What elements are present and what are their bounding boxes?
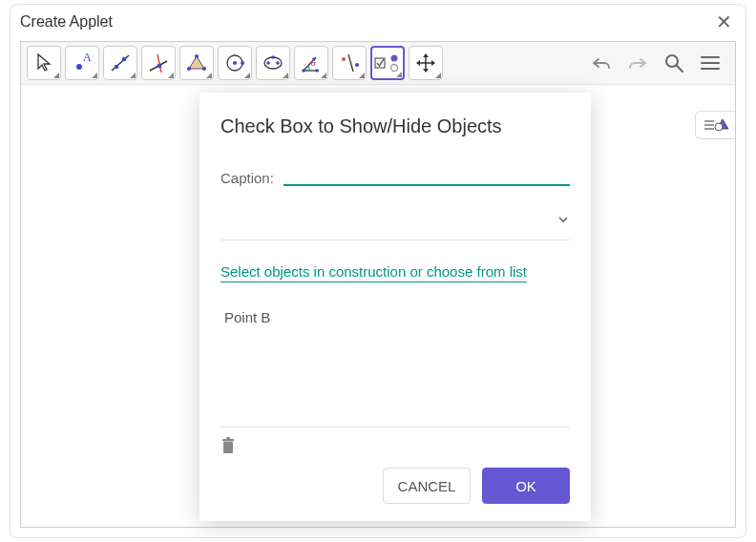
angle-tool[interactable]: α bbox=[294, 46, 328, 80]
object-list: Point B bbox=[220, 303, 570, 427]
svg-marker-36 bbox=[431, 60, 435, 66]
undo-icon bbox=[590, 52, 613, 74]
svg-point-27 bbox=[355, 63, 359, 67]
slider-tool[interactable] bbox=[370, 46, 405, 80]
ok-button[interactable]: OK bbox=[482, 468, 570, 504]
svg-point-7 bbox=[158, 64, 162, 69]
reflect-tool[interactable] bbox=[332, 46, 367, 80]
svg-line-2 bbox=[112, 55, 129, 71]
svg-line-6 bbox=[158, 54, 161, 73]
svg-point-10 bbox=[202, 67, 206, 71]
svg-point-22 bbox=[302, 69, 305, 73]
svg-line-38 bbox=[677, 66, 682, 72]
ellipse-icon bbox=[262, 52, 284, 74]
instruction-link: Select objects in construction or choose… bbox=[220, 263, 527, 282]
trash-row bbox=[220, 427, 570, 468]
svg-point-23 bbox=[315, 69, 319, 73]
polygon-icon bbox=[185, 52, 208, 74]
circle-tool[interactable] bbox=[218, 46, 252, 80]
svg-point-29 bbox=[391, 55, 398, 62]
object-dropdown[interactable] bbox=[220, 213, 570, 240]
move-arrows-icon bbox=[414, 52, 437, 74]
svg-point-4 bbox=[122, 57, 127, 62]
create-applet-window: Create Applet ✕ A bbox=[10, 4, 746, 538]
reflect-icon bbox=[338, 52, 361, 74]
polygon-tool[interactable] bbox=[179, 46, 214, 80]
circle-icon bbox=[223, 52, 246, 74]
cancel-button[interactable]: CANCEL bbox=[383, 468, 471, 504]
titlebar: Create Applet ✕ bbox=[10, 5, 746, 37]
side-panel-handle[interactable] bbox=[695, 111, 735, 139]
point-tool[interactable]: A bbox=[65, 46, 99, 80]
list-item[interactable]: Point B bbox=[220, 303, 570, 331]
chevron-down-icon bbox=[556, 213, 570, 226]
dialog-buttons: CANCEL OK bbox=[220, 468, 570, 504]
search-button[interactable] bbox=[661, 50, 687, 76]
toolbar-right bbox=[588, 50, 729, 76]
svg-line-25 bbox=[348, 54, 353, 72]
line-tool[interactable] bbox=[103, 46, 137, 80]
line-icon bbox=[109, 52, 132, 74]
redo-button[interactable] bbox=[624, 50, 651, 76]
delete-button[interactable] bbox=[220, 437, 570, 454]
trash-icon bbox=[220, 437, 236, 454]
close-icon[interactable]: ✕ bbox=[716, 12, 732, 31]
perpendicular-icon bbox=[147, 52, 170, 74]
svg-rect-48 bbox=[222, 439, 234, 442]
menu-button[interactable] bbox=[697, 50, 724, 76]
svg-point-30 bbox=[391, 65, 398, 72]
move-tool[interactable] bbox=[27, 46, 61, 80]
svg-point-17 bbox=[276, 61, 280, 65]
checkbox-dialog: Check Box to Show/Hide Objects Caption: … bbox=[200, 93, 591, 521]
cursor-icon bbox=[32, 52, 55, 74]
hamburger-icon bbox=[699, 52, 722, 74]
perpendicular-line-tool[interactable] bbox=[141, 46, 176, 80]
window-title: Create Applet bbox=[20, 13, 113, 31]
ellipse-tool[interactable] bbox=[256, 46, 290, 80]
svg-point-46 bbox=[715, 123, 723, 131]
svg-point-14 bbox=[241, 61, 244, 65]
svg-rect-47 bbox=[223, 442, 233, 453]
angle-icon: α bbox=[300, 52, 323, 74]
point-icon: A bbox=[71, 52, 94, 74]
caption-row: Caption: bbox=[220, 164, 570, 186]
svg-point-26 bbox=[342, 57, 346, 61]
instruction-text: Select objects in construction or choose… bbox=[220, 263, 570, 303]
svg-point-1 bbox=[76, 64, 82, 70]
svg-text:A: A bbox=[83, 52, 92, 64]
svg-point-9 bbox=[195, 54, 199, 58]
search-icon bbox=[662, 52, 685, 74]
redo-icon bbox=[626, 52, 649, 74]
svg-point-24 bbox=[312, 57, 316, 61]
svg-point-13 bbox=[233, 61, 237, 65]
move-graphics-tool[interactable] bbox=[409, 46, 443, 80]
undo-button[interactable] bbox=[588, 50, 615, 76]
toolbar: A bbox=[21, 42, 735, 85]
caption-input[interactable] bbox=[284, 164, 570, 186]
panel-handle-icon bbox=[702, 115, 730, 135]
svg-marker-33 bbox=[423, 53, 429, 57]
svg-point-18 bbox=[271, 55, 275, 59]
svg-marker-34 bbox=[423, 69, 429, 73]
caption-label: Caption: bbox=[220, 170, 274, 186]
svg-point-16 bbox=[266, 61, 270, 65]
svg-rect-49 bbox=[226, 437, 230, 439]
svg-point-37 bbox=[666, 55, 678, 67]
dialog-title: Check Box to Show/Hide Objects bbox=[220, 115, 570, 137]
svg-marker-35 bbox=[416, 60, 420, 66]
svg-point-3 bbox=[115, 65, 119, 70]
svg-point-11 bbox=[187, 67, 191, 71]
